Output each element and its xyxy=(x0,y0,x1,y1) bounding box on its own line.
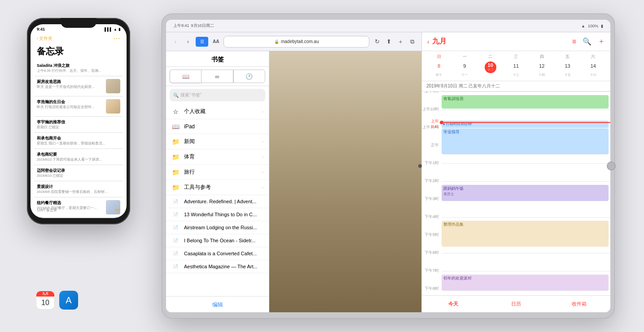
calendar-search-icon[interactable]: 🔍 xyxy=(583,37,591,46)
bookmark-page-label: 13 Wonderful Things to Do in C... xyxy=(184,212,263,217)
calendar-footer-tab[interactable]: 今天 xyxy=(422,296,485,312)
bookmarks-tab[interactable]: 📖 xyxy=(170,70,201,83)
phone-notch xyxy=(61,18,96,28)
time-label: 上午10时 xyxy=(422,106,439,112)
signal-icon: ▌▌▌ xyxy=(105,27,112,31)
bookmark-page-item[interactable]: 📄Airstream Lodging on the Russi... xyxy=(166,221,269,234)
calendar-app-icon[interactable]: 九月 10 xyxy=(36,291,55,310)
calendar-back-button[interactable]: ‹ xyxy=(427,38,429,45)
bookmark-page-icon: 📄 xyxy=(171,225,180,230)
phone-back-button[interactable]: ‹ 文件夹 xyxy=(37,35,53,42)
time-label: 上午9时 xyxy=(422,92,439,94)
calendar-event[interactable]: 跟妈妈午饭老百士 xyxy=(442,185,609,201)
ipad-frame: 上午9:41 9月10日周二 ▲ 100% ▮ ‹ › xyxy=(162,13,615,319)
share-button[interactable]: ⬆ xyxy=(384,37,394,47)
calendar-footer-tab[interactable]: 收件箱 xyxy=(548,296,610,312)
note-meta: 星期日 已锁定 xyxy=(37,125,120,130)
note-meta: 2019/8/10 已锁定 xyxy=(37,174,120,178)
calendar-event[interactable]: 学业指导 xyxy=(442,128,609,154)
note-list-item[interactable]: 承包商纪要2019/8/22 下周四可能会来人看一下厨房... xyxy=(34,149,123,165)
ipad-battery-icon: ▮ xyxy=(601,24,603,28)
reader-view-button[interactable]: ☰ xyxy=(196,37,208,47)
note-list-item[interactable]: Saladita 冲浪之旅上午8:35 行行伙伴、志天、假年、浩湘... xyxy=(34,60,123,76)
calendar-icon-day: 10 xyxy=(36,297,54,309)
bookmark-page-label: Airstream Lodging on the Russi... xyxy=(184,225,263,230)
appstore-app-icon[interactable]: A xyxy=(59,291,78,310)
reload-button[interactable]: ↻ xyxy=(372,37,382,47)
tabs-button[interactable]: ⧉ xyxy=(407,37,417,47)
time-label: 下午4时 xyxy=(422,214,439,220)
calendar-week-day[interactable]: 14十六 xyxy=(581,61,606,78)
bookmark-page-item[interactable]: 📄Aesthetica Magazine — The Art... xyxy=(166,260,269,273)
calendar-footer-tab[interactable]: 日历 xyxy=(485,296,548,312)
calendar-list-icon[interactable]: ≡ xyxy=(572,38,576,46)
note-count: 128个备忘录 xyxy=(37,208,57,213)
calendar-event[interactable]: 邻年的欢迎派对 xyxy=(442,275,609,291)
calendar-week-day[interactable]: 12十四 xyxy=(529,61,554,78)
note-meta: 昨天 打电话给着各公司敲定全部环... xyxy=(37,105,102,109)
bookmarks-type-tabs: 📖 ∞ 🕐 xyxy=(166,67,269,86)
bookmark-folder-icon: 📁 xyxy=(171,184,180,191)
panel-divider-dot xyxy=(418,164,422,168)
bookmark-page-label: Aesthetica Magazine — The Art... xyxy=(184,264,263,269)
bookmark-page-item[interactable]: 📄I Belong To The Ocean - Sidetr... xyxy=(166,234,269,247)
note-title: 景观设计 xyxy=(37,184,120,190)
calendar-week-day[interactable]: 8初十 xyxy=(426,61,451,78)
calendar-event[interactable]: 整理作品集 xyxy=(442,221,609,247)
calendar-week-grid: 8初十9十一 10 十二 11十三12十四13十五14十六 xyxy=(426,61,606,78)
time-label: 下午3时 xyxy=(422,196,439,202)
ipad-date: 9月10日周二 xyxy=(191,23,214,29)
calendar-week-day[interactable]: 9十一 xyxy=(452,61,477,78)
add-tab-button[interactable]: ＋ xyxy=(395,37,405,47)
bookmark-folder-icon: 📁 xyxy=(171,153,180,161)
calendar-day-header: 二 xyxy=(478,54,503,60)
calendar-day-header: 一 xyxy=(452,54,478,60)
note-list-item[interactable]: 和承包商开会星期五 我们一直都在联络，荣德说检查员... xyxy=(34,133,123,149)
note-title: 厨房改造思路 xyxy=(37,79,102,85)
timeline-inner: 上午9时上午10时上午11时正午下午1时下午2时下午3时下午4时下午5时下午6时… xyxy=(442,92,610,295)
time-label: 下午6时 xyxy=(422,250,439,256)
bookmark-folder-item[interactable]: 📁体育› xyxy=(166,149,269,165)
calendar-week-day[interactable]: 10 十二 xyxy=(478,61,503,78)
browser-forward-button[interactable]: › xyxy=(183,37,193,47)
text-size-button[interactable]: AA xyxy=(211,38,221,45)
note-list-item[interactable]: 景观设计2019/8/6 后院需要铺一些青石板砖、石材材... xyxy=(34,181,123,197)
calendar-week-day[interactable]: 11十三 xyxy=(504,61,529,78)
note-thumbnail xyxy=(106,99,120,114)
time-label: 正午 xyxy=(422,142,439,148)
note-list-item[interactable]: 李浩瀚的生日会昨天 打电话给着各公司敲定全部环... xyxy=(34,96,123,117)
chevron-right-icon: › xyxy=(262,155,263,159)
bookmark-folder-item[interactable]: 📁新闻› xyxy=(166,134,269,149)
bookmark-folder-item[interactable]: 📁工具与参考› xyxy=(166,180,269,195)
note-list-item[interactable]: 厨房改造思路昨天 这是一个开放式的现代化厨房... xyxy=(34,76,123,96)
bookmark-page-item[interactable]: 📄Adventure. Redefined. | Advent... xyxy=(166,195,269,208)
browser-back-button[interactable]: ‹ xyxy=(171,37,180,47)
now-indicator-dot xyxy=(440,121,443,124)
bookmark-folder-item[interactable]: 📖iPad xyxy=(166,119,269,134)
note-list-item[interactable]: 迈阿密会议记录2019/8/10 已锁定 xyxy=(34,165,123,181)
time-label: 下午2时 xyxy=(422,178,439,184)
bookmark-folder-item[interactable]: 📁旅行› xyxy=(166,165,269,180)
ipad-home-button[interactable] xyxy=(607,162,616,170)
calendar-week-day[interactable]: 13十五 xyxy=(555,61,580,78)
notes-edit-icon[interactable]: ⋯ xyxy=(113,34,120,43)
bookmark-page-item[interactable]: 📄13 Wonderful Things to Do in C... xyxy=(166,208,269,221)
bookmark-folder-item[interactable]: ☆个人收藏› xyxy=(166,104,269,119)
address-bar[interactable]: 🔒 madebytait.com.au xyxy=(223,36,369,48)
ipad-time: 上午9:41 xyxy=(173,23,189,29)
history-tab[interactable]: 🕐 xyxy=(233,70,265,83)
calendar-add-icon[interactable]: ＋ xyxy=(598,37,605,46)
reading-list-tab[interactable]: ∞ xyxy=(201,70,233,83)
note-list-item[interactable]: 李宇瀚的推荐信星期日 已锁定 xyxy=(34,117,123,133)
browser-actions: ↻ ⬆ ＋ ⧉ xyxy=(372,37,417,47)
ipad-status-left: 上午9:41 9月10日周二 xyxy=(173,23,214,29)
bookmark-page-item[interactable]: 📄Casaplata is a Converted Cafet... xyxy=(166,247,269,260)
bookmarks-search[interactable]: 🔍 搜索"书签" xyxy=(170,89,265,101)
new-note-button[interactable]: ✏ xyxy=(115,206,120,214)
edit-bookmarks-button[interactable]: 编辑 xyxy=(212,301,223,308)
ipad: 上午9:41 9月10日周二 ▲ 100% ▮ ‹ › xyxy=(162,13,615,319)
calendar-event[interactable]: 有氧训练营 xyxy=(442,95,609,109)
note-title: 李宇瀚的推荐信 xyxy=(37,119,120,125)
phone-title: 备忘录 xyxy=(31,45,127,60)
appstore-icon: A xyxy=(66,295,71,306)
